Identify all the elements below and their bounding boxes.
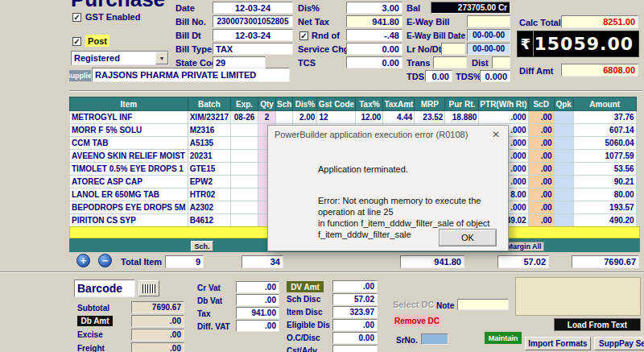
cell[interactable] — [231, 188, 258, 201]
import-formats-button[interactable]: Import Formats — [525, 337, 591, 350]
state-code-field[interactable]: 29 — [213, 56, 266, 68]
cell[interactable]: 80.00 — [573, 188, 636, 201]
registration-dropdown-button[interactable]: ▼ — [155, 52, 168, 64]
cell[interactable]: 4.44 — [383, 111, 415, 124]
cell[interactable] — [554, 214, 573, 227]
cell[interactable] — [231, 201, 258, 214]
srno-field[interactable] — [421, 333, 448, 345]
cell[interactable]: PIRITON CS SYP — [70, 214, 188, 227]
rnd-checkbox[interactable]: ✓ — [299, 31, 308, 40]
cell[interactable]: .00 — [528, 176, 554, 188]
excise-field[interactable]: .00 — [131, 329, 184, 341]
add-row-button[interactable]: + — [76, 254, 90, 267]
cell[interactable] — [231, 176, 258, 188]
cell[interactable]: 607.14 — [573, 124, 636, 137]
sch-button[interactable]: Sch. — [191, 241, 213, 251]
freight-field[interactable]: .00 — [131, 342, 184, 352]
post-checkbox[interactable]: ✓ — [72, 37, 81, 46]
cell[interactable] — [231, 150, 258, 163]
table-row[interactable]: METROGYL INFXIM/2321708-2622.001212.004.… — [70, 111, 637, 124]
cell[interactable] — [276, 111, 293, 124]
cell[interactable] — [231, 214, 258, 227]
maintain-button[interactable]: Maintain — [485, 332, 522, 344]
bill-type-field[interactable]: TAX — [213, 43, 293, 55]
cell[interactable]: .00 — [528, 163, 554, 176]
load-from-text-button[interactable]: Load From Text — [554, 318, 641, 331]
gst-enabled-checkbox[interactable]: ✓ — [72, 13, 81, 22]
cell[interactable] — [554, 163, 573, 176]
tds-field[interactable]: 0.00 — [425, 70, 452, 82]
dv-amt-field[interactable]: .00 — [332, 280, 378, 292]
cell[interactable]: 90.21 — [573, 176, 636, 188]
tds-pct-field[interactable]: 0.000 — [480, 70, 510, 82]
net-tax-field[interactable]: 941.80 — [346, 15, 402, 27]
remove-row-button[interactable]: − — [98, 254, 112, 267]
cell[interactable]: A5135 — [188, 137, 230, 150]
cell[interactable]: 2.00 — [293, 111, 317, 124]
cell[interactable] — [554, 176, 573, 188]
eligible-dis-field[interactable]: .00 — [332, 319, 378, 331]
cell[interactable]: CCM TAB — [70, 137, 188, 150]
eway-bill-field[interactable] — [467, 15, 510, 27]
dist-field[interactable] — [492, 56, 510, 68]
cell[interactable]: .00 — [528, 201, 554, 214]
registration-select[interactable]: Registered — [71, 51, 169, 65]
db-vat-field[interactable]: .00 — [236, 294, 279, 306]
cell[interactable]: METROGYL INF — [70, 111, 188, 124]
dis-field[interactable]: 3.00 — [346, 2, 402, 14]
bill-no-field[interactable]: 2300073001052805 — [213, 15, 293, 27]
cell[interactable]: M2316 — [188, 124, 230, 137]
cell[interactable]: .00 — [528, 214, 554, 227]
db-amt-label[interactable]: Db Amt — [77, 316, 113, 326]
cell[interactable] — [554, 150, 573, 163]
cell[interactable] — [554, 201, 573, 214]
cell[interactable] — [231, 163, 258, 176]
cell[interactable]: TIMOLET 0.5% EYE DROPS 1 — [70, 163, 188, 176]
cell[interactable] — [554, 137, 573, 150]
cell[interactable]: GTE15 — [188, 163, 230, 176]
cell[interactable]: 20231 — [188, 150, 230, 163]
rnd-field[interactable]: -.48 — [346, 29, 402, 41]
service-chg-field[interactable]: 0.00 — [346, 43, 402, 55]
cell[interactable]: 08-26 — [231, 111, 258, 124]
cst-adv-field[interactable] — [332, 345, 378, 352]
db-amt-field[interactable]: .00 — [131, 315, 184, 327]
cell[interactable]: 18.880 — [445, 111, 479, 124]
supplier-field[interactable]: RAJSONS PHARMA PRIVATE LIMITED — [92, 68, 290, 82]
cell[interactable] — [554, 188, 573, 201]
note-field[interactable] — [457, 299, 509, 310]
cell[interactable]: .00 — [528, 137, 554, 150]
cell[interactable] — [554, 111, 573, 124]
eway-date-field[interactable]: 00-00-00 — [467, 29, 510, 41]
cell[interactable]: 12.00 — [356, 111, 383, 124]
supppay-settings-button[interactable]: SuppPay Se — [594, 337, 644, 350]
cell[interactable]: 193.57 — [573, 201, 636, 214]
cell[interactable]: .00 — [528, 188, 554, 201]
cell[interactable]: MORR F 5% SOLU — [70, 124, 188, 137]
dialog-close-button[interactable]: ✕ — [484, 126, 508, 143]
cell[interactable]: XIM/23217 — [188, 111, 230, 124]
cell[interactable]: .00 — [528, 111, 554, 124]
diff-vat-field[interactable]: .00 — [236, 320, 279, 332]
cell[interactable]: EPW2 — [188, 176, 230, 188]
lr-date-field[interactable]: 00-00-00 — [467, 43, 510, 55]
cell[interactable]: 5060.04 — [573, 137, 636, 150]
tcs-field[interactable]: 0.00 — [346, 56, 402, 68]
cr-vat-field[interactable]: .00 — [236, 281, 279, 293]
cell[interactable] — [231, 124, 258, 137]
lr-no-field[interactable] — [441, 43, 465, 55]
cell[interactable] — [231, 137, 258, 150]
bill-dt-field[interactable]: 12-03-24 — [213, 29, 293, 41]
cell[interactable]: BEPODROPS EYE DROPS 5M — [70, 201, 188, 214]
cell[interactable]: 53.56 — [573, 163, 636, 176]
dialog-ok-button[interactable]: OK — [439, 229, 497, 246]
cell[interactable]: HTR02 — [188, 188, 230, 201]
cell[interactable]: .00 — [528, 150, 554, 163]
cell[interactable]: 2 — [258, 111, 276, 124]
cell[interactable]: ATOREC ASP CAP — [70, 176, 188, 188]
cell[interactable]: 23.52 — [415, 111, 445, 124]
cell[interactable]: .00 — [528, 124, 554, 137]
margin-all-button[interactable]: Margin All — [504, 242, 544, 251]
cell[interactable]: 12 — [317, 111, 356, 124]
cell[interactable]: 490.20 — [573, 214, 636, 227]
